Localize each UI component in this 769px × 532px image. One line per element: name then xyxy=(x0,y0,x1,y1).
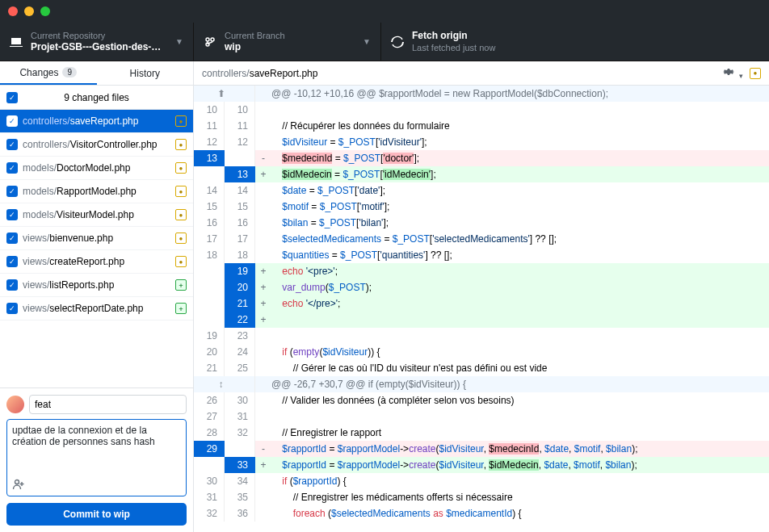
line-number-new: 31 xyxy=(225,408,255,425)
file-row[interactable]: ✓ controllers/VisitorController.php ● xyxy=(0,133,193,157)
close-window-icon[interactable] xyxy=(8,6,18,16)
diff-line[interactable]: 13+ $idMedecin = $_POST['idMedecin']; xyxy=(194,166,769,182)
select-all-checkbox[interactable]: ✓ xyxy=(6,92,18,103)
expand-hunk-icon[interactable]: ⬆ xyxy=(194,86,255,102)
diff-line[interactable]: 1515 $motif = $_POST['motif']; xyxy=(194,199,769,215)
fetch-sub: Last fetched just now xyxy=(412,42,759,53)
diff-line[interactable]: 22+ xyxy=(194,312,769,328)
line-number-new: 34 xyxy=(225,473,255,489)
diff-sign: + xyxy=(255,263,271,279)
diff-code: $rapportId = $rapportModel->create($idVi… xyxy=(271,441,769,457)
gear-icon[interactable]: ▾ xyxy=(722,65,743,81)
tab-changes[interactable]: Changes 9 xyxy=(0,61,97,85)
line-number-old: 26 xyxy=(194,392,225,408)
line-number-new: 33 xyxy=(225,457,255,473)
add-coauthor-icon[interactable] xyxy=(12,479,25,492)
diff-line[interactable]: 2125 // Gérer le cas où l'ID du visiteur… xyxy=(194,360,769,376)
diff-line[interactable]: ↕@@ -26,7 +30,7 @@ if (empty($idVisiteur… xyxy=(194,376,769,392)
diff-line[interactable]: 3034 if ($rapportId) { xyxy=(194,473,769,489)
diff-line[interactable]: 19+ echo '<pre>'; xyxy=(194,263,769,279)
diff-line[interactable]: 1818 $quantities = $_POST['quantities'] … xyxy=(194,247,769,263)
file-row[interactable]: ✓ controllers/saveReport.php ● xyxy=(0,110,193,133)
file-path: views/selectReportDate.php xyxy=(23,303,175,314)
chevron-down-icon: ▼ xyxy=(363,37,371,46)
diff-sign xyxy=(255,392,271,408)
file-row[interactable]: ✓ views/createReport.php ● xyxy=(0,250,193,274)
diff-code: // Enregistrer le rapport xyxy=(271,425,769,441)
commit-summary-input[interactable] xyxy=(29,395,187,414)
file-path: models/VisiteurModel.php xyxy=(23,209,175,220)
diff-code: var_dump($_POST); xyxy=(271,279,769,295)
diff-body[interactable]: ⬆@@ -10,12 +10,16 @@ $rapportModel = new… xyxy=(194,86,769,532)
diff-line[interactable]: 1717 $selectedMedicaments = $_POST['sele… xyxy=(194,231,769,247)
diff-code xyxy=(271,408,769,425)
diff-code: foreach ($selectedMedicaments as $medica… xyxy=(271,505,769,522)
diff-line[interactable]: 20+ var_dump($_POST); xyxy=(194,279,769,295)
line-number-old: 12 xyxy=(194,134,225,150)
fetch-button[interactable]: Fetch origin Last fetched just now xyxy=(381,23,769,61)
diff-line[interactable]: 33+ $rapportId = $rapportModel->create($… xyxy=(194,457,769,473)
file-checkbox[interactable]: ✓ xyxy=(6,303,18,314)
computer-icon xyxy=(10,36,23,48)
diff-line[interactable]: 3135 // Enregistrer les médicaments offe… xyxy=(194,489,769,505)
commit-button[interactable]: Commit to wip xyxy=(6,503,187,526)
diff-line[interactable]: ⬆@@ -10,12 +10,16 @@ $rapportModel = new… xyxy=(194,86,769,102)
diff-sign: + xyxy=(255,295,271,312)
diff-line[interactable]: 1010 xyxy=(194,102,769,118)
diff-line[interactable]: 2832 // Enregistrer le rapport xyxy=(194,425,769,441)
diff-line[interactable]: 29- $rapportId = $rapportModel->create($… xyxy=(194,441,769,457)
line-number-old: 19 xyxy=(194,328,225,344)
diff-line[interactable]: 3236 foreach ($selectedMedicaments as $m… xyxy=(194,505,769,522)
file-checkbox[interactable]: ✓ xyxy=(6,232,18,244)
diff-view: controllers/saveReport.php ▾ ● ⬆@@ -10,1… xyxy=(194,61,769,532)
file-path: views/bienvenue.php xyxy=(23,232,175,244)
expand-hunk-icon[interactable]: ↕ xyxy=(194,376,255,392)
file-checkbox[interactable]: ✓ xyxy=(6,115,18,127)
diff-line[interactable]: 1616 $bilan = $_POST['bilan']; xyxy=(194,215,769,231)
diff-sign xyxy=(255,118,271,134)
diff-sign: + xyxy=(255,166,271,182)
maximize-window-icon[interactable] xyxy=(40,6,50,16)
line-number-new: 19 xyxy=(225,263,255,279)
tab-history[interactable]: History xyxy=(97,61,194,85)
diff-sign xyxy=(255,182,271,199)
commit-description-input[interactable] xyxy=(12,425,181,481)
file-row[interactable]: ✓ views/selectReportDate.php ＋ xyxy=(0,297,193,320)
file-checkbox[interactable]: ✓ xyxy=(6,256,18,267)
diff-line[interactable]: 2630 // Valider les données (à compléter… xyxy=(194,392,769,408)
file-checkbox[interactable]: ✓ xyxy=(6,162,18,174)
file-checkbox[interactable]: ✓ xyxy=(6,209,18,220)
minimize-window-icon[interactable] xyxy=(24,6,34,16)
diff-code: $selectedMedicaments = $_POST['selectedM… xyxy=(271,231,769,247)
diff-sign xyxy=(255,344,271,360)
diff-code: // Récupérer les données du formulaire xyxy=(271,118,769,134)
branch-selector[interactable]: Current Branch wip ▼ xyxy=(194,23,381,61)
diff-line[interactable]: 2731 xyxy=(194,408,769,425)
line-number-new: 14 xyxy=(225,182,255,199)
diff-code: // Gérer le cas où l'ID du visiteur n'es… xyxy=(271,360,769,376)
file-row[interactable]: ✓ models/VisiteurModel.php ● xyxy=(0,203,193,227)
file-status-icon: ● xyxy=(175,139,187,150)
diff-line[interactable]: 21+ echo '</pre>'; xyxy=(194,295,769,312)
diff-line[interactable]: 13- $medecinId = $_POST['doctor']; xyxy=(194,150,769,166)
diff-line[interactable]: 1111 // Récupérer les données du formula… xyxy=(194,118,769,134)
diff-line[interactable]: 1212 $idVisiteur = $_POST['idVisiteur']; xyxy=(194,134,769,150)
file-row[interactable]: ✓ views/bienvenue.php ● xyxy=(0,227,193,250)
file-checkbox[interactable]: ✓ xyxy=(6,139,18,150)
repo-label: Current Repository xyxy=(31,30,175,41)
line-number-old xyxy=(194,279,225,295)
diff-line[interactable]: 2024 if (empty($idVisiteur)) { xyxy=(194,344,769,360)
diff-sign xyxy=(255,231,271,247)
traffic-lights xyxy=(8,6,50,16)
file-checkbox[interactable]: ✓ xyxy=(6,279,18,291)
diff-line[interactable]: 1414 $date = $_POST['date']; xyxy=(194,182,769,199)
line-number-old: 13 xyxy=(194,150,225,166)
line-number-new: 20 xyxy=(225,279,255,295)
file-status-icon: ● xyxy=(175,162,187,174)
file-row[interactable]: ✓ views/listReports.php ＋ xyxy=(0,274,193,297)
diff-line[interactable]: 1923 xyxy=(194,328,769,344)
file-row[interactable]: ✓ models/DoctorModel.php ● xyxy=(0,157,193,180)
file-checkbox[interactable]: ✓ xyxy=(6,186,18,197)
repository-selector[interactable]: Current Repository Projet-GSB---Gestion-… xyxy=(0,23,194,61)
file-row[interactable]: ✓ models/RapportModel.php ● xyxy=(0,180,193,203)
